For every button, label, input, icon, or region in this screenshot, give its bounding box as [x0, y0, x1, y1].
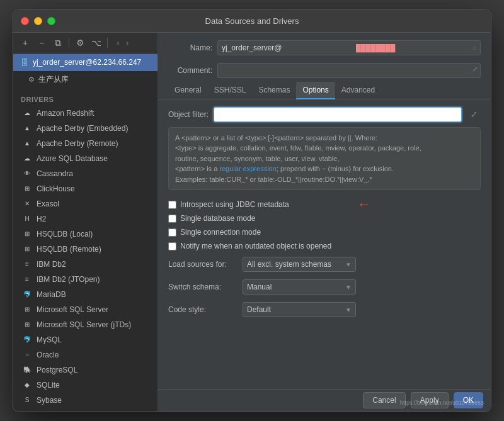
driver-label: H2	[37, 215, 46, 223]
code-style-select[interactable]: Default ▼	[243, 302, 356, 317]
driver-item-oracle[interactable]: ○ Oracle	[13, 347, 158, 362]
driver-label: Microsoft SQL Server	[37, 305, 108, 314]
content-area: + − ⧉ ⚙ ⌥ ‹ › 🗄 yj_order_server@62.234.6…	[13, 33, 491, 412]
driver-item-ibm-db2-jtopen[interactable]: ≡ IBM Db2 (JTOpen)	[13, 272, 158, 287]
driver-label: Oracle	[37, 351, 59, 359]
code-style-value: Default	[247, 305, 271, 314]
driver-item-clickhouse[interactable]: ⊞ ClickHouse	[13, 181, 158, 196]
close-button[interactable]	[21, 17, 29, 25]
minimize-button[interactable]	[34, 17, 42, 25]
object-filter-row: Object filter: ⤢	[168, 107, 481, 122]
tab-general[interactable]: General	[168, 82, 208, 99]
script-button[interactable]: ⌥	[89, 36, 103, 50]
load-sources-select[interactable]: All excl. system schemas ▼	[243, 257, 356, 272]
switch-schema-select[interactable]: Manual ▼	[243, 279, 356, 295]
introspect-jdbc-row: Introspect using JDBC metadata ←	[168, 198, 481, 211]
object-filter-input[interactable]	[214, 107, 462, 122]
driver-icon-hsqldb-local: ⊞	[22, 229, 32, 239]
sub-connection-item[interactable]: ⚙ 生产从库	[13, 71, 158, 88]
copy-button[interactable]: ⧉	[51, 36, 65, 50]
driver-icon-mariadb: 🐬	[22, 289, 32, 300]
notify-outdated-row: Notify me when an outdated object is ope…	[168, 239, 481, 253]
single-database-checkbox[interactable]	[168, 215, 176, 223]
tab-options[interactable]: Options	[296, 82, 335, 99]
introspect-jdbc-checkbox[interactable]	[168, 201, 176, 209]
driver-item-azure-sql[interactable]: ☁ Azure SQL Database	[13, 151, 158, 166]
settings-button[interactable]: ⚙	[73, 36, 87, 50]
driver-label: Microsoft SQL Server (jTDs)	[37, 320, 131, 329]
connection-icon: 🗄	[21, 58, 29, 67]
single-connection-label: Single connection mode	[180, 228, 261, 237]
maximize-button[interactable]	[47, 17, 55, 25]
driver-label: Amazon Redshift	[37, 109, 94, 118]
name-input[interactable]: yj_order_server@ ████████ ○	[217, 40, 481, 55]
driver-item-cassandra[interactable]: 👁 Cassandra	[13, 166, 158, 181]
help-line4-pre: <pattern> is a	[175, 165, 219, 172]
driver-icon-hsqldb-remote: ⊞	[22, 244, 32, 254]
help-line3: routine, sequence, synonym, table, user,…	[175, 155, 339, 162]
driver-item-mssql-jtds[interactable]: ⊞ Microsoft SQL Server (jTDs)	[13, 317, 158, 332]
notify-outdated-checkbox[interactable]	[168, 242, 176, 250]
comment-input[interactable]: ⤢	[217, 63, 481, 78]
code-style-arrow-icon: ▼	[345, 306, 352, 313]
single-connection-checkbox[interactable]	[168, 228, 176, 237]
driver-item-hsqldb-local[interactable]: ⊞ HSQLDB (Local)	[13, 227, 158, 242]
driver-item-h2[interactable]: H H2	[13, 211, 158, 227]
name-extra: ████████	[356, 44, 395, 52]
tab-ssh-ssl[interactable]: SSH/SSL	[208, 82, 253, 99]
connection-item[interactable]: 🗄 yj_order_server@62.234.66.247	[13, 54, 158, 71]
driver-item-amazon-redshift[interactable]: ☁ Amazon Redshift	[13, 106, 158, 121]
driver-label: IBM Db2 (JTOpen)	[37, 275, 100, 284]
driver-label: Apache Derby (Remote)	[37, 139, 118, 148]
switch-schema-arrow-icon: ▼	[345, 284, 352, 291]
driver-icon-amazon: ☁	[22, 108, 32, 118]
driver-item-mssql[interactable]: ⊞ Microsoft SQL Server	[13, 302, 158, 317]
driver-label: SQLite	[37, 381, 60, 390]
options-tab-content: Object filter: ⤢ A <pattern> or a list o…	[158, 99, 491, 389]
driver-label: Apache Derby (Embedded)	[37, 124, 128, 133]
filter-expand-button[interactable]: ⤢	[467, 108, 481, 121]
sub-icon: ⚙	[28, 76, 35, 84]
driver-icon-ibm-db2-jtopen: ≡	[22, 274, 32, 284]
driver-icon-clickhouse: ⊞	[22, 184, 32, 194]
driver-icon-derby-emb: ▲	[22, 123, 32, 133]
back-button[interactable]: ‹	[114, 36, 122, 49]
driver-icon-mssql: ⊞	[22, 305, 32, 315]
remove-button[interactable]: −	[35, 36, 49, 50]
single-database-label: Single database mode	[180, 214, 255, 223]
single-connection-row: Single connection mode	[168, 225, 481, 239]
sidebar-toolbar: + − ⧉ ⚙ ⌥ ‹ ›	[13, 33, 158, 54]
driver-label: PostgreSQL	[37, 366, 77, 374]
driver-item-mariadb[interactable]: 🐬 MariaDB	[13, 287, 158, 302]
tab-schemas[interactable]: Schemas	[252, 82, 296, 99]
driver-icon-cassandra: 👁	[22, 169, 32, 179]
driver-item-mysql[interactable]: 🐬 MySQL	[13, 332, 158, 347]
cancel-button[interactable]: Cancel	[363, 392, 405, 408]
driver-label: HSQLDB (Remote)	[37, 245, 101, 254]
driver-label: MySQL	[37, 335, 62, 344]
drivers-section: Drivers ☁ Amazon Redshift ▲ Apache Derby…	[13, 93, 158, 412]
driver-item-sybase[interactable]: S Sybase	[13, 393, 158, 408]
driver-item-hsqldb-remote[interactable]: ⊞ HSQLDB (Remote)	[13, 242, 158, 257]
load-sources-arrow-icon: ▼	[345, 261, 352, 268]
driver-item-ibm-db2[interactable]: ≡ IBM Db2	[13, 257, 158, 272]
sidebar: + − ⧉ ⚙ ⌥ ‹ › 🗄 yj_order_server@62.234.6…	[13, 33, 158, 412]
switch-schema-row: Switch schema: Manual ▼	[168, 276, 481, 298]
help-link[interactable]: regular expression	[219, 165, 277, 172]
connection-name: yj_order_server@62.234.66.247	[33, 58, 141, 67]
driver-label: Azure SQL Database	[37, 154, 108, 163]
forward-button[interactable]: ›	[123, 36, 132, 49]
add-button[interactable]: +	[18, 36, 32, 50]
driver-item-exasol[interactable]: ✕ Exasol	[13, 196, 158, 211]
driver-item-sqlite[interactable]: ◆ SQLite	[13, 378, 158, 393]
load-sources-row: Load sources for: All excl. system schem…	[168, 253, 481, 276]
titlebar: Data Sources and Drivers	[13, 10, 491, 33]
load-sources-label: Load sources for:	[168, 260, 238, 269]
driver-item-apache-derby-embedded[interactable]: ▲ Apache Derby (Embedded)	[13, 121, 158, 136]
driver-label: Cassandra	[37, 169, 73, 178]
driver-item-postgresql[interactable]: 🐘 PostgreSQL	[13, 362, 158, 378]
tab-advanced[interactable]: Advanced	[335, 82, 381, 99]
single-db-row: Single database mode	[168, 211, 481, 225]
driver-icon-ibm-db2: ≡	[22, 259, 32, 269]
driver-item-apache-derby-remote[interactable]: ▲ Apache Derby (Remote)	[13, 136, 158, 151]
